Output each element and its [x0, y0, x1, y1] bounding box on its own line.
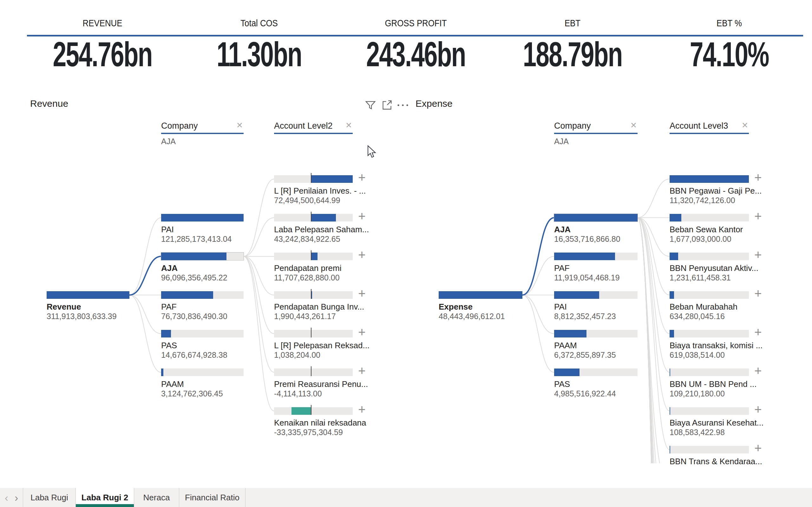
tree-node-paam[interactable]: PAAM3,124,762,306.45: [161, 369, 244, 398]
field-pill-company[interactable]: Company✕AJA: [161, 121, 244, 145]
tree-node-kenaikan-nilai-reksadana[interactable]: Kenaikan nilai reksadana-33,335,975,304.…: [274, 407, 353, 437]
page-tab-neraca[interactable]: Neraca: [134, 488, 179, 507]
field-pill-account-level2[interactable]: Account Level2✕: [274, 121, 353, 145]
tree-node-l-r-pelepasan-reksad[interactable]: L [R] Pelepasan Reksad...1,038,204.00: [274, 330, 353, 360]
page-tab-label: Laba Rugi: [31, 493, 68, 503]
expand-plus-icon[interactable]: +: [753, 251, 763, 259]
node-bar-fill: [670, 446, 670, 453]
tree-node-bbn-penyusutan-aktiv[interactable]: BBN Penyusutan Aktiv...1,231,611,458.31: [670, 252, 749, 282]
tree-node-biaya-transaksi-komisi[interactable]: Biaya transaksi, komisi ...619,038,514.0…: [670, 330, 749, 360]
expand-plus-icon[interactable]: +: [357, 328, 367, 336]
page-tab-laba-rugi[interactable]: Laba Rugi: [23, 488, 76, 507]
expand-plus-icon[interactable]: +: [753, 367, 763, 375]
kpi-label: EBT: [505, 18, 640, 29]
page-tab-financial-ratio[interactable]: Financial Ratio: [179, 488, 246, 507]
tree-node-bbn-trans-kendaraa[interactable]: BBN Trans & Kendaraa...: [670, 446, 749, 466]
tree-node-pas[interactable]: PAS4,985,516,922.44: [554, 369, 638, 398]
node-bar: [439, 291, 522, 299]
tree-node-biaya-asuransi-kesehat[interactable]: Biaya Asuransi Kesehat...108,583,422.98: [670, 407, 749, 437]
node-bar: [670, 252, 749, 260]
tree-node-beban-murabahah[interactable]: Beban Murabahah634,280,045.16: [670, 291, 749, 321]
node-bar: [554, 252, 638, 260]
node-bar-fill: [670, 252, 678, 260]
node-value: 11,707,628,880.00: [274, 273, 353, 282]
node-bar-fill: [554, 214, 638, 222]
node-label: L [R] Pelepasan Reksad...: [274, 340, 353, 350]
zero-axis-tick: [311, 212, 311, 222]
kpi-card-ebt: EBT188.79bn: [494, 18, 651, 72]
kpi-card-gross-profit: GROSS PROFIT243.46bn: [338, 18, 494, 72]
tree-node-pendapatan-premi[interactable]: Pendapatan premi11,707,628,880.00: [274, 252, 353, 282]
expand-plus-icon[interactable]: +: [753, 174, 763, 181]
zero-axis-tick: [311, 289, 311, 299]
kpi-label: EBT %: [662, 18, 797, 29]
tree-node-beban-sewa-kantor[interactable]: Beban Sewa Kantor1,677,093,000.00: [670, 214, 749, 244]
expand-plus-icon[interactable]: +: [753, 290, 763, 297]
tree-node-aja[interactable]: AJA16,353,716,866.80: [554, 214, 638, 244]
field-pill-account-level3[interactable]: Account Level3✕: [670, 121, 749, 145]
tree-node-pas[interactable]: PAS14,676,674,928.38: [161, 330, 244, 360]
node-bar-fill: [311, 252, 317, 260]
remove-field-icon[interactable]: ✕: [236, 121, 243, 130]
node-value: 3,124,762,306.45: [161, 389, 244, 398]
node-value: -33,335,975,304.59: [274, 428, 353, 437]
remove-field-icon[interactable]: ✕: [345, 121, 352, 130]
field-pill-label: Company: [161, 121, 198, 130]
node-value: 108,583,422.98: [670, 428, 749, 437]
tree-node-pai[interactable]: PAI121,285,173,413.04: [161, 214, 244, 244]
node-label: Expense: [439, 302, 522, 312]
expand-plus-icon[interactable]: +: [753, 328, 763, 336]
kpi-card-ebt: EBT %74.10%: [651, 18, 808, 72]
expand-plus-icon[interactable]: +: [357, 251, 367, 259]
chevron-left-icon[interactable]: ‹: [5, 492, 8, 503]
expand-plus-icon[interactable]: +: [753, 212, 763, 220]
node-bar: [670, 214, 749, 222]
node-label: Biaya transaksi, komisi ...: [670, 340, 749, 350]
expand-plus-icon[interactable]: +: [357, 174, 367, 181]
expand-plus-icon[interactable]: +: [753, 406, 763, 413]
page-tab-laba-rugi-2[interactable]: Laba Rugi 2: [76, 488, 134, 507]
node-label: Kenaikan nilai reksadana: [274, 418, 353, 428]
chevron-right-icon[interactable]: ›: [14, 492, 18, 503]
tree-node-pai[interactable]: PAI8,812,352,457.23: [554, 291, 638, 321]
node-value: 11,320,742,126.00: [670, 196, 749, 205]
node-label: BBN Pegawai - Gaji Pe...: [670, 186, 749, 196]
node-value: 96,096,356,495.22: [161, 273, 244, 282]
node-bar-fill: [554, 369, 579, 376]
zero-axis-tick: [311, 328, 311, 337]
expand-plus-icon[interactable]: +: [357, 212, 367, 220]
tree-node-bbn-pegawai-gaji-pe[interactable]: BBN Pegawai - Gaji Pe...11,320,742,126.0…: [670, 175, 749, 205]
node-bar: [554, 291, 638, 299]
expand-plus-icon[interactable]: +: [357, 290, 367, 297]
report-canvas: Revenue Expense Company✕AJAAccount Level…: [0, 0, 812, 507]
tree-node-paf[interactable]: PAF76,730,836,490.30: [161, 291, 244, 321]
expand-plus-icon[interactable]: +: [357, 406, 367, 413]
node-bar-fill: [670, 291, 674, 299]
expand-plus-icon[interactable]: +: [357, 367, 367, 375]
node-bar-fill: [47, 291, 130, 299]
kpi-value: 254.76bn: [48, 37, 157, 72]
node-label: Biaya Asuransi Kesehat...: [670, 418, 749, 428]
remove-field-icon[interactable]: ✕: [742, 121, 748, 130]
tree-node-premi-reasuransi-penu[interactable]: Premi Reasuransi Penu...-4,114,113.00: [274, 369, 353, 398]
tree-node-l-r-penilaian-inves[interactable]: L [R] Penilaian Inves. - ...72,494,500,6…: [274, 175, 353, 205]
tree-node-paam[interactable]: PAAM6,372,855,897.35: [554, 330, 638, 360]
tree-node-laba-pelepasan-saham[interactable]: Laba Pelepasan Saham...43,242,834,922.65: [274, 214, 353, 244]
tree-node-revenue[interactable]: Revenue311,913,803,633.39: [47, 291, 130, 321]
filter-icon[interactable]: [364, 99, 377, 112]
tree-node-aja[interactable]: AJA96,096,356,495.22: [161, 252, 244, 282]
node-bar: [161, 214, 244, 222]
tree-node-paf[interactable]: PAF11,919,054,468.19: [554, 252, 638, 282]
field-pill-company[interactable]: Company✕AJA: [554, 121, 638, 145]
focus-mode-icon[interactable]: [380, 99, 393, 112]
tree-node-pendapatan-bunga-inv[interactable]: Pendapatan Bunga Inv...1,990,443,261.17: [274, 291, 353, 321]
more-options-icon[interactable]: [396, 101, 411, 110]
tree-node-bbn-um-bbn-pend[interactable]: BBN UM - BBN Pend ...109,210,180.00: [670, 369, 749, 398]
expand-plus-icon[interactable]: +: [753, 444, 763, 452]
node-value: 121,285,173,413.04: [161, 234, 244, 244]
node-bar-fill: [161, 330, 171, 337]
node-label: PAAM: [161, 379, 244, 389]
remove-field-icon[interactable]: ✕: [630, 121, 637, 130]
node-value: 109,210,180.00: [670, 389, 749, 398]
tree-node-expense[interactable]: Expense48,443,496,612.01: [439, 291, 522, 321]
